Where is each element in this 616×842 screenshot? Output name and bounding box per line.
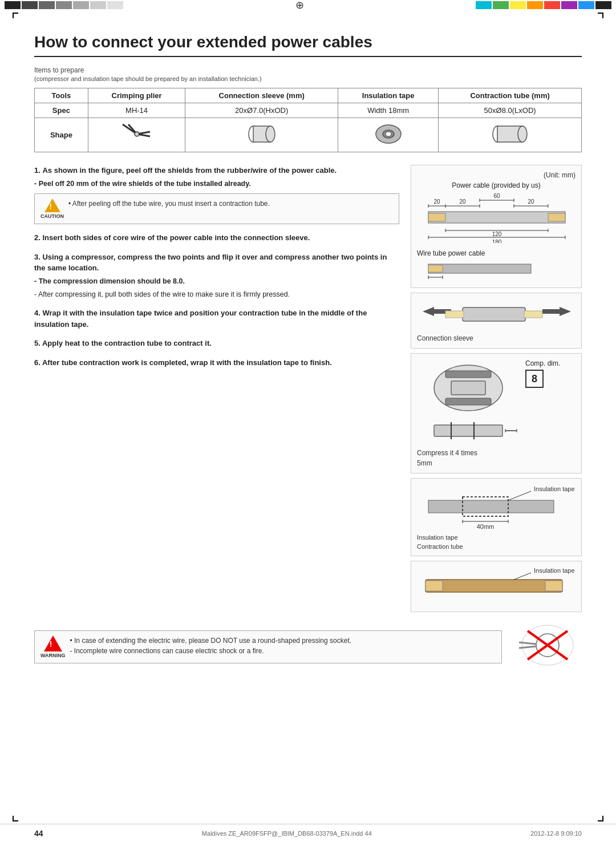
color-swatch-green xyxy=(493,1,509,9)
diagram-5: Insulation tape xyxy=(411,561,582,612)
color-swatch-blue xyxy=(578,1,594,9)
svg-line-78 xyxy=(519,642,536,644)
compress-times-diagram xyxy=(417,416,577,445)
color-swatch-orange xyxy=(527,1,543,9)
color-swatch xyxy=(22,1,38,9)
warning-text-content: • In case of extending the electric wire… xyxy=(70,635,352,656)
step-2-number: 2. xyxy=(34,233,42,242)
step-3: 3. Using a compressor, compress the two … xyxy=(34,252,399,300)
corner-mark-br xyxy=(598,816,603,821)
warning-text-1: • In case of extending the electric wire… xyxy=(70,635,352,646)
step-5-text: 5. Apply heat to the contraction tube to… xyxy=(34,338,399,349)
table-cell-spec: Spec xyxy=(35,103,88,118)
step-4: 4. Wrap it with the insulation tape twic… xyxy=(34,307,399,330)
step-2-text: 2. Insert both sides of core wire of the… xyxy=(34,232,399,244)
right-column: (Unit: mm) Power cable (provided by us) … xyxy=(411,165,582,617)
color-swatch-cyan xyxy=(476,1,492,9)
svg-rect-69 xyxy=(425,580,562,592)
step-2: 2. Insert both sides of core wire of the… xyxy=(34,232,399,244)
table-header-contraction: Contraction tube (mm) xyxy=(439,88,582,103)
caution-icon: CAUTION xyxy=(40,199,64,219)
step-3-text: 3. Using a compressor, compress the two … xyxy=(34,252,399,274)
step-1-number: 1. xyxy=(34,166,40,175)
power-cable-label: Power cable (provided by us) xyxy=(417,181,576,189)
step-6: 6. After tube contraction work is comple… xyxy=(34,357,399,369)
svg-rect-48 xyxy=(445,311,464,318)
compass-center: ⊕ xyxy=(128,0,471,10)
svg-text:20: 20 xyxy=(528,199,534,205)
items-sublabel: (compressor and insulation tape should b… xyxy=(34,75,582,82)
step-5: 5. Apply heat to the contraction tube to… xyxy=(34,338,399,349)
step-4-bold: Wrap it with the insulation tape twice a… xyxy=(34,309,367,329)
color-swatch-red xyxy=(544,1,560,9)
connection-sleeve-caption: Connection sleeve xyxy=(417,334,576,342)
color-swatch xyxy=(5,1,21,9)
corner-mark-bl xyxy=(13,816,18,821)
svg-rect-14 xyxy=(428,212,565,223)
top-color-bar: ⊕ xyxy=(0,0,616,10)
compression-number: 8 xyxy=(525,370,544,388)
svg-marker-50 xyxy=(542,307,571,316)
table-header-insulation: Insulation tape xyxy=(338,88,439,103)
step-3-sub1: - The compression dimension should be 8.… xyxy=(34,276,399,287)
svg-rect-47 xyxy=(463,307,525,321)
step-6-bold: After tube contraction work is completed… xyxy=(42,358,332,367)
table-header-sleeve: Connection sleeve (mm) xyxy=(185,88,338,103)
svg-rect-16 xyxy=(548,213,565,221)
step-6-text: 6. After tube contraction work is comple… xyxy=(34,357,399,369)
warning-section: WARNING • In case of extending the elect… xyxy=(34,622,582,670)
svg-line-72 xyxy=(514,573,531,580)
bottom-bar: 44 Maldives ZE_AR09FSFP@_IBIM_DB68-03379… xyxy=(0,824,616,842)
tape-icon xyxy=(368,122,408,147)
svg-text:20: 20 xyxy=(459,199,466,205)
caution-label: CAUTION xyxy=(40,213,64,219)
page-title: How to connect your extended power cable… xyxy=(34,33,582,57)
svg-point-7 xyxy=(266,126,275,142)
caution-box: CAUTION • After peeling off the tube wir… xyxy=(34,193,399,224)
main-two-col: 1. As shown in the figure, peel off the … xyxy=(34,165,582,617)
svg-rect-40 xyxy=(428,264,531,273)
contraction-tube-label: Contraction tube xyxy=(417,543,576,550)
no-socket-icon xyxy=(513,622,582,668)
comp-dim-label: Comp. dim. xyxy=(525,359,560,367)
color-swatch xyxy=(56,1,72,9)
step-1-bold: As shown in the figure, peel off the shi… xyxy=(42,166,337,175)
table-cell-tube-spec: 50xØ8.0(LxOD) xyxy=(439,103,582,118)
step-1-text: 1. As shown in the figure, peel off the … xyxy=(34,165,399,176)
left-column: 1. As shown in the figure, peel off the … xyxy=(34,165,399,617)
warning-label: WARNING xyxy=(40,653,66,658)
color-swatch-yellow xyxy=(510,1,526,9)
svg-rect-61 xyxy=(428,500,554,513)
svg-point-10 xyxy=(386,132,391,136)
table-cell-shape-plier xyxy=(88,118,185,152)
svg-rect-55 xyxy=(434,425,502,436)
svg-rect-41 xyxy=(428,265,443,272)
color-swatches-right xyxy=(471,0,616,10)
svg-rect-53 xyxy=(445,398,491,405)
diagram-3: Comp. dim. 8 Compress it 4 times 5mm xyxy=(411,353,582,473)
step-3-bold: Using a compressor, compress the two poi… xyxy=(34,253,387,273)
svg-rect-71 xyxy=(545,581,562,591)
svg-text:120: 120 xyxy=(492,231,502,237)
svg-text:180: 180 xyxy=(492,239,502,243)
connection-sleeve-diagram xyxy=(417,299,577,330)
step-2-bold: Insert both sides of core wire of the po… xyxy=(42,233,310,242)
svg-line-79 xyxy=(519,646,536,648)
svg-line-63 xyxy=(508,491,531,500)
warning-box: WARNING • In case of extending the elect… xyxy=(34,630,502,663)
svg-point-4 xyxy=(135,132,139,136)
caution-triangle xyxy=(44,199,60,212)
page-number: 44 xyxy=(34,829,43,838)
table-cell-shape-tube xyxy=(439,118,582,152)
color-swatch xyxy=(107,1,123,9)
compress-caption: Compress it 4 times xyxy=(417,449,576,457)
power-cable-diagram: 20 20 20 60 1 xyxy=(417,192,577,243)
svg-text:Insulation tape: Insulation tape xyxy=(534,485,575,492)
color-swatch xyxy=(90,1,106,9)
unit-label: (Unit: mm) xyxy=(417,171,576,179)
color-swatch xyxy=(73,1,89,9)
compress-diagram xyxy=(417,359,520,416)
diagram-1: (Unit: mm) Power cable (provided by us) … xyxy=(411,165,582,288)
warning-image xyxy=(513,622,582,670)
svg-rect-52 xyxy=(445,371,491,378)
